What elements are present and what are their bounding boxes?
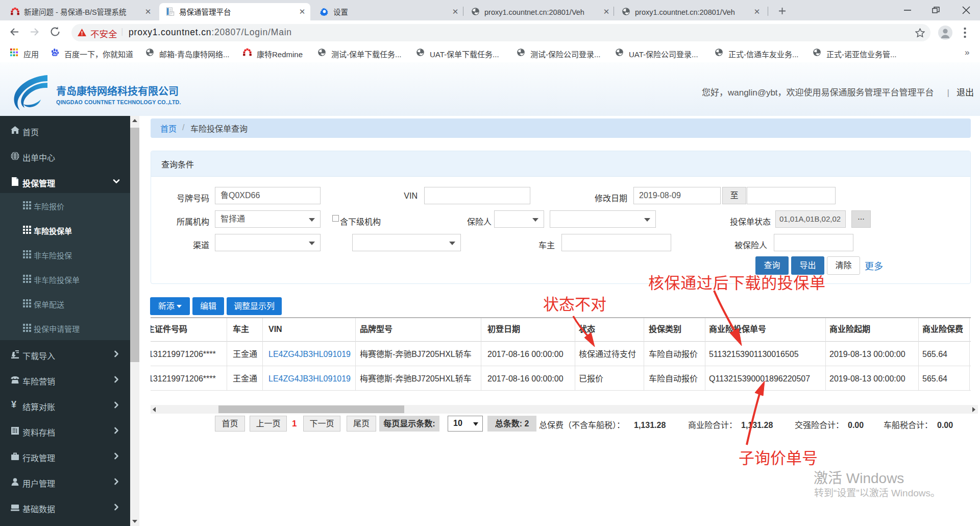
svg-text:du: du — [53, 53, 57, 56]
